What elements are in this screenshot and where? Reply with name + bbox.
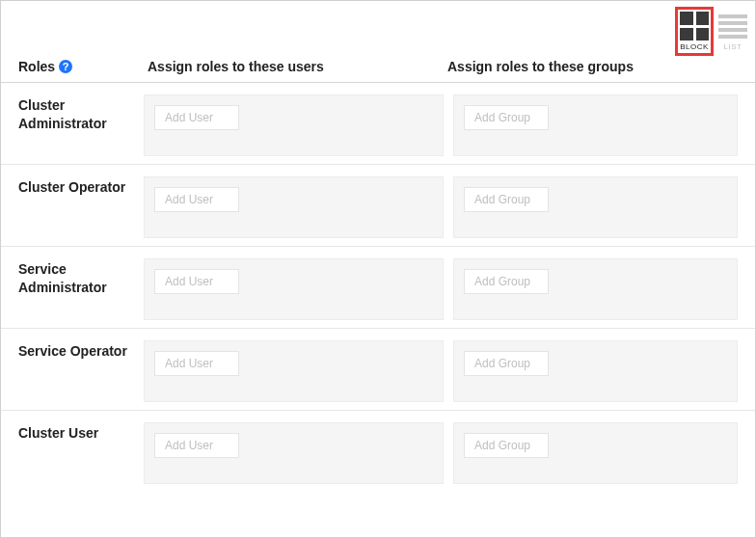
roles-header-text: Roles: [18, 59, 55, 74]
role-row: Cluster Operator: [1, 165, 755, 247]
role-row: Service Operator: [1, 329, 755, 411]
role-assignment-panel: BLOCK LIST Roles ? Assign roles to these…: [0, 0, 756, 538]
block-view-button[interactable]: BLOCK: [675, 7, 714, 56]
role-row: Cluster Administrator: [1, 83, 755, 165]
assign-users-box[interactable]: [144, 94, 444, 156]
assign-groups-box[interactable]: [453, 340, 738, 402]
add-group-input[interactable]: [464, 187, 549, 212]
assign-groups-box[interactable]: [453, 422, 738, 484]
groups-header: Assign roles to these groups: [444, 59, 738, 74]
role-row: Cluster User: [1, 411, 755, 492]
add-group-input[interactable]: [464, 269, 549, 294]
assign-groups-box[interactable]: [453, 176, 738, 238]
view-toggle: BLOCK LIST: [675, 7, 749, 56]
role-name: Cluster Operator: [18, 176, 144, 197]
table-header: Roles ? Assign roles to these users Assi…: [1, 1, 755, 83]
add-user-input[interactable]: [154, 187, 239, 212]
add-user-input[interactable]: [154, 105, 239, 130]
assign-users-box[interactable]: [144, 340, 444, 402]
add-group-input[interactable]: [464, 105, 549, 130]
assign-groups-box[interactable]: [453, 258, 738, 320]
help-icon[interactable]: ?: [59, 60, 72, 73]
add-group-input[interactable]: [464, 351, 549, 376]
block-view-label: BLOCK: [680, 42, 709, 51]
assign-users-box[interactable]: [144, 422, 444, 484]
role-row: Service Administrator: [1, 247, 755, 329]
grid-icon: [680, 12, 709, 40]
assign-users-box[interactable]: [144, 258, 444, 320]
assign-groups-box[interactable]: [453, 94, 738, 156]
role-name: Service Administrator: [18, 258, 144, 297]
add-user-input[interactable]: [154, 269, 239, 294]
role-name: Cluster User: [18, 422, 144, 443]
list-icon: [718, 14, 747, 39]
add-user-input[interactable]: [154, 351, 239, 376]
role-name: Cluster Administrator: [18, 94, 144, 133]
assign-users-box[interactable]: [144, 176, 444, 238]
users-header: Assign roles to these users: [144, 59, 444, 74]
list-view-button[interactable]: LIST: [716, 11, 749, 53]
role-name: Service Operator: [18, 340, 144, 361]
list-view-label: LIST: [724, 42, 742, 51]
add-group-input[interactable]: [464, 433, 549, 458]
roles-header: Roles ?: [18, 59, 144, 74]
add-user-input[interactable]: [154, 433, 239, 458]
